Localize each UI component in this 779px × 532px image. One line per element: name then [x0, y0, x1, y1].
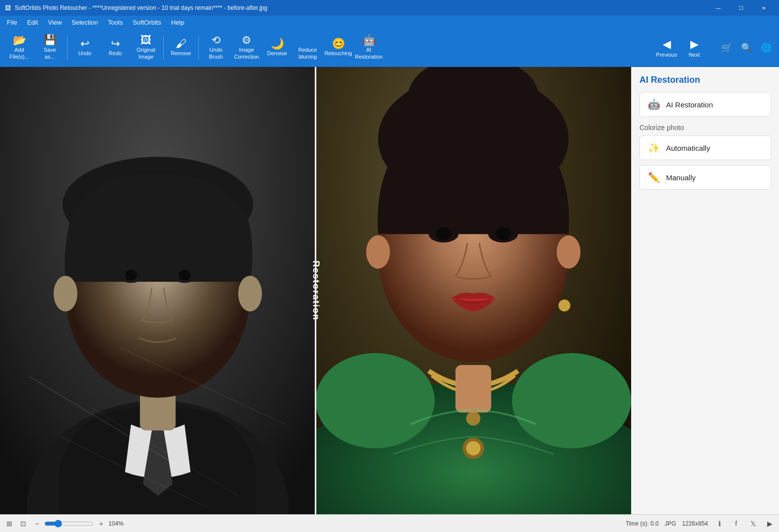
svg-point-7 [125, 270, 137, 281]
previous-label: Previous [656, 52, 677, 58]
reduce-blurring-icon: 👤 [301, 35, 315, 46]
automatically-icon: ✨ [648, 142, 660, 154]
manually-icon: ✏️ [648, 171, 660, 183]
menu-item-file[interactable]: File [2, 18, 22, 27]
reduce-blurring-toolbar-button[interactable]: 👤Reduce blurring [292, 31, 323, 65]
ai-restoration-label: AI Restoration [355, 47, 383, 60]
add-files-label: Add File(s)... [9, 47, 29, 60]
cart-icon-button[interactable]: 🛒 [718, 39, 736, 57]
menubar: FileEditViewSelectionToolsSoftOrbitsHelp [0, 16, 779, 29]
menu-item-edit[interactable]: Edit [22, 18, 43, 27]
grid-icon-button[interactable]: ⊞ [4, 518, 15, 529]
next-label: Next [689, 52, 700, 58]
bw-portrait-svg [0, 67, 316, 514]
image-correction-label: Image Correction [234, 47, 259, 60]
toolbar-separator [163, 35, 164, 60]
image-correction-icon: ⚙ [242, 35, 251, 46]
ai-restoration-button[interactable]: 🤖 AI Restoration [639, 92, 771, 117]
image-correction-toolbar-button[interactable]: ⚙Image Correction [231, 31, 262, 65]
canvas-area[interactable]: Restoration [0, 67, 631, 514]
add-files-icon: 📂 [13, 35, 26, 46]
menu-item-view[interactable]: View [43, 18, 67, 27]
svg-point-8 [178, 270, 190, 281]
undo-brush-icon: ⟲ [212, 35, 220, 46]
svg-point-32 [366, 235, 390, 269]
previous-button[interactable]: ◀ Previous [653, 31, 680, 65]
next-button[interactable]: ▶ Next [680, 31, 708, 65]
svg-point-16 [316, 353, 435, 448]
zoom-value: 104% [108, 520, 128, 527]
photo-after [316, 67, 631, 514]
status-right: Time (s): 0.0 JPG 1226x854 ℹ f 𝕏 ▶ [626, 518, 775, 529]
retouching-icon: 😊 [332, 38, 345, 49]
ai-restoration-toolbar-button[interactable]: 🤖AI Restoration [354, 31, 384, 65]
maximize-button[interactable]: ☐ [730, 0, 752, 16]
denoise-label: Denoise [267, 50, 287, 57]
menu-item-tools[interactable]: Tools [103, 18, 128, 27]
zoom-out-button[interactable]: − [32, 518, 42, 529]
resolution-label: 1226x854 [682, 520, 708, 527]
save-as-label: Save as... [43, 47, 56, 60]
search-icon-button[interactable]: 🔍 [738, 39, 755, 57]
manually-button[interactable]: ✏️ Manually [639, 165, 771, 190]
youtube-icon-button[interactable]: ▶ [764, 518, 775, 529]
facebook-icon-button[interactable]: f [731, 518, 742, 529]
svg-point-27 [476, 88, 548, 136]
colorize-label: Colorize photo [639, 124, 771, 132]
frame-icon-button[interactable]: ⊡ [18, 518, 29, 529]
remove-icon: 🖌 [176, 38, 186, 49]
zoom-control: − + 104% [32, 518, 128, 529]
minimize-button[interactable]: — [707, 0, 730, 16]
toolbar: 📂Add File(s)...💾Save as...↩Undo↪Redo🖼Ori… [0, 29, 779, 67]
add-files-toolbar-button[interactable]: 📂Add File(s)... [4, 31, 35, 65]
next-icon: ▶ [690, 38, 699, 51]
denoise-toolbar-button[interactable]: 🌙Denoise [262, 31, 292, 65]
automatically-label: Automatically [666, 144, 710, 152]
toolbar-separator [198, 35, 199, 60]
split-image: Restoration [0, 67, 631, 514]
menu-item-softorbits[interactable]: SoftOrbits [128, 18, 166, 27]
menu-item-help[interactable]: Help [166, 18, 189, 27]
ai-restoration-icon: 🤖 [362, 35, 376, 46]
svg-point-30 [436, 227, 451, 240]
split-divider [315, 67, 317, 514]
manually-label: Manually [666, 173, 696, 182]
remove-label: Remove [171, 50, 191, 57]
undo-toolbar-button[interactable]: ↩Undo [70, 31, 100, 65]
info-icon-button[interactable]: ℹ [714, 518, 725, 529]
undo-brush-label: Undo Brush [209, 47, 223, 60]
globe-icon-button[interactable]: 🌐 [757, 39, 775, 57]
redo-toolbar-button[interactable]: ↪Redo [100, 31, 131, 65]
original-image-label: Original Image [137, 47, 155, 60]
photo-before [0, 67, 316, 514]
bw-portrait-bg [0, 67, 316, 514]
svg-point-10 [238, 276, 262, 311]
undo-label: Undo [78, 50, 91, 57]
format-label: JPG [665, 520, 676, 527]
zoom-slider-input[interactable] [44, 520, 94, 528]
svg-rect-22 [456, 365, 491, 413]
menu-item-selection[interactable]: Selection [67, 18, 103, 27]
undo-brush-toolbar-button[interactable]: ⟲Undo Brush [201, 31, 231, 65]
right-panel: AI Restoration 🤖 AI Restoration Colorize… [631, 67, 779, 514]
app-icon: 🖼 [4, 4, 12, 12]
retouching-toolbar-button[interactable]: 😊Retouching [323, 31, 354, 65]
close-button[interactable]: ✕ [752, 0, 775, 16]
original-image-toolbar-button[interactable]: 🖼Original Image [131, 31, 161, 65]
svg-point-26 [399, 88, 470, 136]
svg-point-17 [512, 353, 631, 448]
panel-title: AI Restoration [639, 75, 771, 85]
svg-point-9 [54, 276, 77, 311]
automatically-button[interactable]: ✨ Automatically [639, 135, 771, 160]
svg-point-21 [559, 299, 570, 311]
previous-icon: ◀ [663, 38, 671, 51]
svg-point-33 [557, 235, 580, 269]
twitter-icon-button[interactable]: 𝕏 [747, 518, 758, 529]
remove-toolbar-button[interactable]: 🖌Remove [166, 31, 196, 65]
svg-point-18 [466, 411, 481, 426]
save-as-toolbar-button[interactable]: 💾Save as... [35, 31, 65, 65]
ai-restoration-icon: 🤖 [648, 99, 660, 110]
toolbar-separator [67, 35, 68, 60]
zoom-in-button[interactable]: + [96, 518, 106, 529]
original-image-icon: 🖼 [141, 35, 151, 46]
